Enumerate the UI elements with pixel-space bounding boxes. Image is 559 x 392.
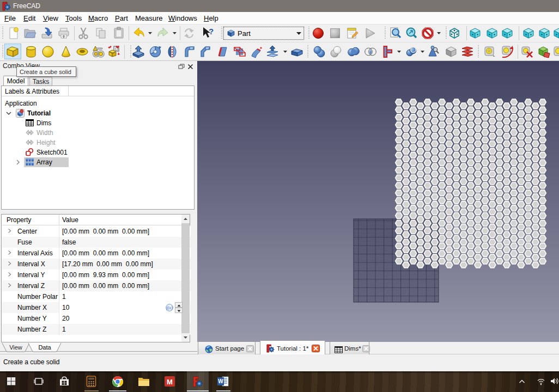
svg-text:Data: Data xyxy=(38,344,51,351)
svg-text:M: M xyxy=(167,378,173,386)
svg-text:W: W xyxy=(218,378,223,384)
svg-text:f(x): f(x) xyxy=(166,305,172,310)
svg-text:?: ? xyxy=(209,27,214,36)
svg-text:View: View xyxy=(9,344,22,351)
